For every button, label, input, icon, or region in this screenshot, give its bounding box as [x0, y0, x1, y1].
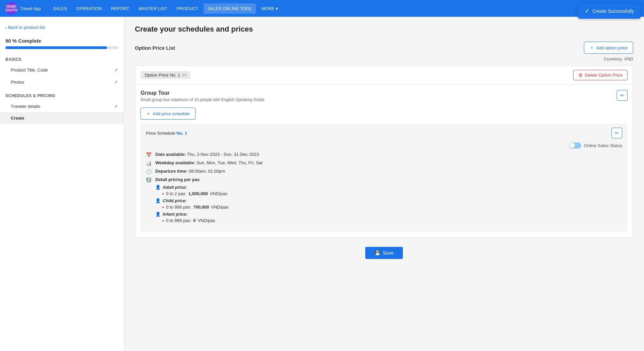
child-person-icon: 👤: [155, 198, 161, 203]
sidebar-item-create[interactable]: Create: [0, 112, 124, 124]
detail-pricing-label: Detail pricing per pax: [155, 177, 200, 182]
sidebar-item-traveler-details[interactable]: Traveler details ✓: [0, 100, 124, 112]
schedule-title: Price Schedule No. 1: [146, 131, 187, 136]
weekday-content: Weekday available: Sun, Mon, Tue, Wed, T…: [155, 160, 262, 165]
nav-menu: SALES OPERATION REPORT MASTER LIST PRODU…: [49, 3, 593, 14]
child-dot-icon: ●: [162, 205, 164, 209]
toggle-knob: [570, 143, 575, 148]
child-price-unit: VND/pax: [211, 205, 228, 210]
sidebar-item-product-title-code[interactable]: Product Title, Code ✓: [0, 64, 124, 76]
back-to-product-list[interactable]: ‹ Back to product list: [0, 22, 124, 33]
option-list-header: Option Price List ＋ Add option price: [135, 42, 633, 54]
sidebar-item-label: Product Title, Code: [11, 68, 48, 73]
group-tour-header: Group Tour Small group tour maximum of 1…: [135, 85, 633, 105]
currency-label: Currency: VND: [135, 56, 633, 61]
toast-message: Create Successfully: [592, 8, 634, 14]
edit-icon: ✏: [620, 93, 624, 98]
add-option-price-button[interactable]: ＋ Add option price: [584, 42, 633, 54]
sidebar-item-label: Photos: [11, 80, 24, 85]
infant-price-category: 👤 Infant price:: [155, 212, 228, 217]
app-logo[interactable]: DEMOSOUTH Travel App: [5, 2, 41, 14]
group-tour-title: Group Tour: [141, 90, 264, 96]
weekday-icon: 📊: [146, 161, 152, 166]
nav-product[interactable]: PRODUCT: [172, 3, 202, 14]
page-title: Create your schedules and prices: [135, 25, 633, 34]
option-badge-label: Option Price No. 1: [145, 73, 180, 78]
online-status-row: Online Sales Status: [146, 142, 622, 148]
clock-icon: 🕐: [146, 169, 152, 174]
nav-sales-online-tool[interactable]: SALES ONLINE TOOL: [204, 3, 256, 14]
infant-price-label: Infant price:: [163, 212, 187, 217]
adult-person-icon: 👤: [155, 185, 161, 190]
logo-icon: DEMOSOUTH: [5, 2, 17, 14]
progress-bar-background: [5, 46, 118, 49]
check-icon: ✓: [114, 67, 118, 73]
pricing-block: 👤 Adult price: ● 0 to 2 pax: 1,000,000 V…: [155, 185, 228, 223]
infant-price-amount: 0: [193, 218, 196, 223]
infant-price-unit: VND/pax: [198, 218, 215, 223]
infant-person-icon: 👤: [155, 212, 161, 217]
nav-report[interactable]: REPORT: [107, 3, 133, 14]
child-price-amount: 700,000: [193, 205, 209, 210]
schedule-title-text: Price Schedule: [146, 131, 175, 136]
add-option-price-label: Add option price: [596, 45, 628, 50]
departure-content: Departure time: 08:00am, 01:00pm: [155, 169, 225, 174]
delete-option-price-button[interactable]: 🗑 Delete Option Price: [573, 70, 628, 80]
option-card: Option Price No. 1 🏷 🗑 Delete Option Pri…: [135, 65, 633, 237]
check-icon: ✓: [114, 103, 118, 109]
date-available-content: Date available: Thu, 2-Nov-2023 - Sun, 3…: [155, 152, 259, 157]
pricing-content: Detail pricing per pax 👤 Adult price: ● …: [155, 177, 228, 225]
child-range-text: 0 to 999 pax:: [166, 205, 191, 210]
weekday-value-text: Sun, Mon, Tue, Wed, Thu, Fri, Sat: [197, 160, 263, 165]
online-status-label: Online Sales Status: [584, 143, 622, 148]
trash-icon: 🗑: [578, 73, 583, 78]
child-price-category: 👤 Child price:: [155, 198, 228, 203]
child-price-label: Child price:: [163, 198, 187, 203]
add-schedule-label: Add price schedule: [153, 111, 190, 116]
adult-price-label: Adult price:: [163, 185, 187, 190]
top-navigation: DEMOSOUTH Travel App SALES OPERATION REP…: [0, 0, 644, 17]
nav-more[interactable]: MORE ▾: [257, 3, 282, 14]
nav-operation[interactable]: OPERATION: [72, 3, 106, 14]
group-tour-info: Group Tour Small group tour maximum of 1…: [141, 90, 264, 102]
option-price-list-title: Option Price List: [135, 45, 175, 51]
edit-group-tour-button[interactable]: ✏: [617, 90, 628, 101]
save-button-row: 💾 Save: [135, 247, 633, 259]
adult-price-unit: VND/pax: [210, 191, 227, 196]
adult-price-amount: 1,000,000: [189, 191, 208, 196]
progress-label: 90 % Complete: [5, 38, 118, 44]
sidebar-section-basics: BASICS: [0, 52, 124, 64]
save-label: Save: [383, 250, 394, 256]
back-arrow-icon: ‹: [5, 25, 7, 30]
sidebar-item-label: Create: [11, 116, 24, 121]
progress-section: 90 % Complete: [0, 33, 124, 52]
main-layout: ‹ Back to product list 90 % Complete BAS…: [0, 17, 644, 351]
adult-range-text: 0 to 2 pax:: [166, 191, 186, 196]
edit-schedule-button[interactable]: ✏: [611, 128, 622, 138]
back-label: Back to product list: [8, 25, 45, 30]
save-button[interactable]: 💾 Save: [365, 247, 403, 259]
add-price-schedule-button[interactable]: ＋ Add price schedule: [141, 107, 196, 120]
delete-option-label: Delete Option Price: [585, 73, 623, 78]
price-schedule-header: Price Schedule No. 1 ✏: [146, 128, 622, 138]
schedule-number: No. 1: [176, 131, 187, 136]
date-value-text: Thu, 2-Nov-2023 - Sun, 31-Dec-2023: [187, 152, 259, 157]
edit-schedule-icon: ✏: [615, 130, 619, 136]
pricing-icon: 💱: [146, 177, 152, 183]
nav-sales[interactable]: SALES: [49, 3, 71, 14]
weekday-available-row: 📊 Weekday available: Sun, Mon, Tue, Wed,…: [146, 160, 622, 166]
detail-pricing-row: 💱 Detail pricing per pax 👤 Adult price: …: [146, 177, 622, 225]
nav-master-list[interactable]: MASTER LIST: [135, 3, 171, 14]
online-status-toggle[interactable]: [569, 142, 581, 148]
departure-label: Departure time:: [155, 169, 187, 174]
infant-range-text: 0 to 999 pax:: [166, 218, 191, 223]
sidebar-section-schedules: SCHEDULES & PRICING: [0, 88, 124, 100]
child-price-range: ● 0 to 999 pax: 700,000 VND/pax: [162, 205, 228, 210]
save-icon: 💾: [375, 250, 380, 256]
infant-dot-icon: ●: [162, 219, 164, 222]
sidebar-item-photos[interactable]: Photos ✓: [0, 76, 124, 88]
sidebar-item-label: Traveler details: [11, 104, 40, 109]
weekday-label: Weekday available:: [155, 160, 195, 165]
progress-bar-fill: [5, 46, 107, 49]
plus-icon: ＋: [590, 45, 594, 51]
